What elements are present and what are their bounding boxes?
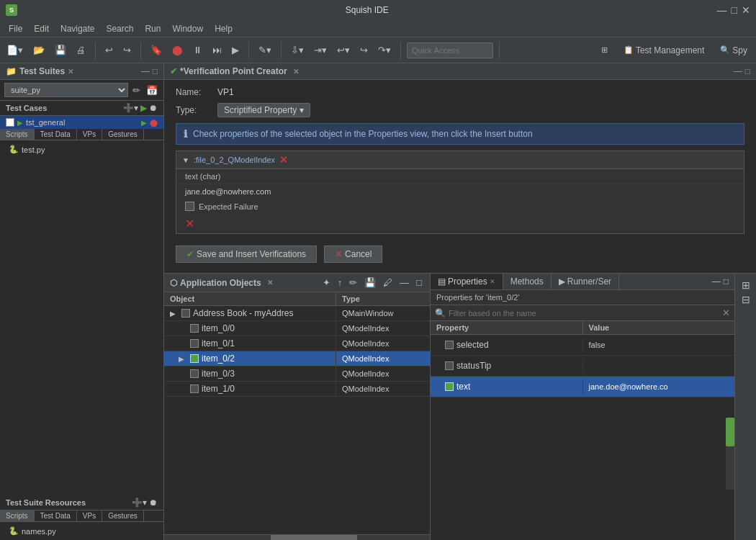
ao-pen-icon[interactable]: 🖊 [381, 276, 395, 289]
test-case-run-icon[interactable]: ▶ [17, 119, 23, 127]
step-button[interactable]: ⏭ [209, 42, 225, 58]
close-button[interactable]: ✕ [742, 4, 750, 16]
fwd-button[interactable]: ↪ [356, 42, 372, 58]
suite-dropdown[interactable]: suite_py [4, 83, 128, 97]
edit-suite-icon[interactable]: ✏ [131, 84, 142, 97]
expand-icon-3[interactable]: ▶ [179, 355, 187, 363]
run-button[interactable]: ▶ [228, 42, 243, 58]
tab-methods[interactable]: Methods [503, 274, 552, 289]
resource-tab-gestures[interactable]: Gestures [102, 510, 144, 521]
prop-checkbox-0[interactable] [445, 341, 454, 349]
open-button[interactable]: 📂 [30, 42, 48, 58]
maximize-panel-icon[interactable]: □ [153, 66, 158, 76]
add-resource-icon[interactable]: ➕▾ [132, 498, 147, 508]
tab-runner-ser[interactable]: ▶ Runner/Ser [552, 274, 619, 289]
pause-button[interactable]: ⏸ [189, 42, 206, 58]
undo-button[interactable]: ↩ [102, 42, 117, 58]
ao-close-icon[interactable]: ✕ [267, 279, 273, 287]
list-item[interactable]: statusTip [431, 356, 734, 377]
prop-checkbox-1[interactable] [445, 361, 454, 370]
expand-icon-0[interactable]: ▶ [170, 310, 179, 318]
prop-filter-input[interactable] [449, 309, 719, 318]
test-case-checkbox[interactable] [6, 118, 14, 127]
prop-minimize-icon[interactable]: — [712, 276, 721, 287]
list-item[interactable]: text jane.doe@nowhere.co [431, 377, 734, 397]
restore-button[interactable]: □ [732, 4, 737, 16]
vpc-maximize-icon[interactable]: □ [745, 66, 750, 76]
far-right-icon-1[interactable]: ⊞ [742, 279, 750, 291]
ao-scrollbar-thumb[interactable] [271, 535, 357, 540]
resource-tab-scripts[interactable]: Scripts [0, 510, 35, 521]
ao-up-icon[interactable]: ↑ [336, 276, 345, 289]
test-case-item[interactable]: ▶ tst_general ▶ ⬤ [0, 116, 163, 129]
quick-access-input[interactable] [407, 42, 493, 58]
ao-checkbox-0[interactable] [181, 309, 190, 318]
ao-minimize-icon[interactable]: — [397, 276, 411, 289]
menu-help[interactable]: Help [209, 22, 238, 35]
file-item-names-py[interactable]: 🐍 names.py [0, 525, 163, 537]
ao-checkbox-3[interactable] [190, 354, 199, 363]
table-row[interactable]: ▶ item_0/2 QModelIndex [164, 351, 430, 366]
pick-button[interactable]: ✎▾ [255, 42, 275, 58]
menu-search[interactable]: Search [100, 22, 139, 35]
ao-checkbox-2[interactable] [190, 339, 199, 348]
ao-scrollbar[interactable] [164, 534, 430, 540]
vpc-close-icon[interactable]: ✕ [293, 68, 299, 76]
ao-pick-icon[interactable]: ✦ [320, 276, 333, 289]
ao-maximize-icon[interactable]: □ [414, 276, 424, 289]
prop-checkbox-2[interactable] [445, 382, 454, 391]
list-item[interactable]: selected false [431, 335, 734, 356]
properties-scrollbar[interactable] [726, 418, 734, 490]
run-test-icon[interactable]: ▶ [140, 103, 147, 113]
back-button[interactable]: ↩▾ [333, 42, 354, 58]
tab-vps[interactable]: VPs [77, 129, 102, 140]
file-item-test-py[interactable]: 🐍 test.py [0, 143, 163, 156]
minimize-panel-icon[interactable]: — [141, 66, 150, 76]
menu-run[interactable]: Run [139, 22, 166, 35]
resource-tab-vps[interactable]: VPs [77, 510, 102, 521]
cancel-button[interactable]: ✕ Cancel [324, 246, 382, 263]
stop-button[interactable]: ⬤ [168, 42, 186, 58]
table-row[interactable]: item_1/0 QModelIndex [164, 382, 430, 397]
bookmark-button[interactable]: 🔖 [147, 42, 166, 58]
ao-checkbox-4[interactable] [190, 369, 199, 378]
remove-property-icon[interactable]: ✕ [279, 154, 288, 166]
resource-tab-testdata[interactable]: Test Data [35, 510, 77, 521]
resource-btn2-icon[interactable]: ⏺ [149, 498, 158, 508]
nav-button[interactable]: ⇩▾ [287, 42, 307, 58]
test-suites-close-icon[interactable]: ✕ [68, 68, 73, 76]
prop-maximize-icon[interactable]: □ [724, 276, 729, 287]
nav3-button[interactable]: ↷▾ [374, 42, 395, 58]
table-row[interactable]: item_0/3 QModelIndex [164, 366, 430, 382]
minimize-button[interactable]: — [717, 4, 727, 16]
spy-button[interactable]: 🔍 Spy [714, 43, 753, 58]
menu-navigate[interactable]: Navigate [55, 22, 100, 35]
perspective-button[interactable]: ⊞ [595, 43, 613, 57]
expected-failure-checkbox[interactable] [185, 202, 194, 211]
filter-clear-icon[interactable]: ✕ [722, 307, 730, 318]
properties-scrollbar-thumb[interactable] [726, 418, 734, 446]
table-row[interactable]: item_0/0 QModelIndex [164, 321, 430, 336]
tab-gestures[interactable]: Gestures [102, 129, 144, 140]
tab-properties[interactable]: ▤ Properties ✕ [431, 274, 503, 289]
nav2-button[interactable]: ⇥▾ [310, 42, 330, 58]
vpc-minimize-icon[interactable]: — [734, 66, 742, 76]
far-right-icon-2[interactable]: ⊟ [742, 294, 750, 305]
add-test-case-icon[interactable]: ➕▾ [123, 103, 138, 113]
error-icon[interactable]: ✕ [176, 214, 744, 233]
ao-checkbox-1[interactable] [190, 324, 199, 333]
properties-tab-close[interactable]: ✕ [490, 278, 495, 285]
save-verifications-button[interactable]: ✔ Save and Insert Verifications [176, 246, 317, 263]
menu-file[interactable]: File [3, 22, 28, 35]
test-management-button[interactable]: 📋 Test Management [618, 43, 710, 58]
tab-scripts[interactable]: Scripts [0, 129, 35, 140]
record-test-icon[interactable]: ⏺ [149, 103, 158, 113]
ao-edit-icon[interactable]: ✏ [347, 276, 359, 289]
vpc-type-select[interactable]: Scriptified Property ▾ [217, 103, 310, 117]
new-button[interactable]: 📄▾ [3, 42, 27, 58]
table-row[interactable]: ▶ Address Book - myAddres QMainWindow [164, 306, 430, 321]
table-row[interactable]: item_0/1 QModelIndex [164, 336, 430, 351]
print-button[interactable]: 🖨 [73, 42, 89, 58]
save-all-button[interactable]: 💾 [51, 42, 70, 58]
menu-window[interactable]: Window [166, 22, 209, 35]
